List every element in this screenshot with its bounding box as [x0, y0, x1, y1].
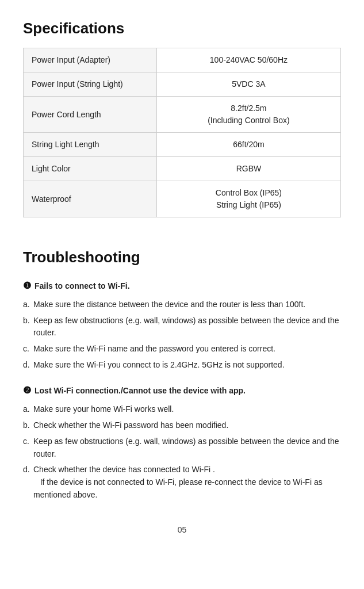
troubleshooting-container: ❶Fails to connect to Wi-Fi.a. Make sure …: [23, 279, 341, 501]
list-item-label: b.: [23, 419, 33, 432]
specs-label: Power Input (String Light): [24, 72, 157, 97]
list-item-content: Make sure the distance between the devic…: [33, 299, 341, 311]
specs-label: Power Cord Length: [24, 97, 157, 133]
list-item-content: Keep as few obstructions (e.g. wall, win…: [33, 315, 341, 339]
list-item: d. Make sure the Wi-Fi you connect to is…: [23, 359, 341, 372]
list-item-label: b.: [23, 315, 33, 339]
specs-value: Control Box (IP65)String Light (IP65): [156, 181, 340, 217]
list-item-label: c.: [23, 343, 33, 355]
list-item: a. Make sure the distance between the de…: [23, 299, 341, 311]
list-item-content: Make sure the Wi-Fi you connect to is 2.…: [33, 359, 341, 372]
issue-list: a. Make sure the distance between the de…: [23, 299, 341, 371]
list-item-content: Make sure your home Wi-Fi works well.: [33, 403, 341, 416]
page-number: 05: [23, 524, 341, 536]
troubleshooting-title: Troubleshooting: [23, 246, 341, 269]
specifications-table: Power Input (Adapter)100-240VAC 50/60HzP…: [23, 48, 341, 217]
list-item-label: d.: [23, 359, 33, 372]
specs-row: WaterproofControl Box (IP65)String Light…: [24, 181, 341, 217]
specs-label: String Light Length: [24, 133, 157, 157]
list-item-content: Check whether the device has connected t…: [33, 464, 341, 501]
specs-row: String Light Length66ft/20m: [24, 133, 341, 157]
specs-value: RGBW: [156, 157, 340, 181]
specs-row: Power Cord Length8.2ft/2.5m(Including Co…: [24, 97, 341, 133]
specs-value: 8.2ft/2.5m(Including Control Box): [156, 97, 340, 133]
issue-heading-text: Lost Wi-Fi connection./Cannot use the de…: [35, 385, 246, 397]
list-item-label: a.: [23, 299, 33, 311]
list-item: c. Keep as few obstructions (e.g. wall, …: [23, 435, 341, 460]
issue-block: ❷Lost Wi-Fi connection./Cannot use the d…: [23, 384, 341, 501]
specs-label: Power Input (Adapter): [24, 48, 157, 72]
specs-value: 66ft/20m: [156, 133, 340, 157]
issue-heading-text: Fails to connect to Wi-Fi.: [35, 280, 130, 292]
list-item-content: Keep as few obstructions (e.g. wall, win…: [33, 435, 341, 460]
specs-row: Power Input (String Light)5VDC 3A: [24, 72, 341, 97]
list-item-content: Make sure the Wi-Fi name and the passwor…: [33, 343, 341, 355]
list-item-label: c.: [23, 435, 33, 460]
list-item: a. Make sure your home Wi-Fi works well.: [23, 403, 341, 416]
list-item: b. Keep as few obstructions (e.g. wall, …: [23, 315, 341, 339]
specifications-title: Specifications: [23, 17, 341, 40]
specs-row: Power Input (Adapter)100-240VAC 50/60Hz: [24, 48, 341, 72]
issue-heading: ❶Fails to connect to Wi-Fi.: [23, 279, 341, 293]
list-item-label: d.: [23, 464, 33, 501]
issue-number: ❶: [23, 279, 31, 293]
list-item-content: Check whether the Wi-Fi password has bee…: [33, 419, 341, 432]
list-item: c. Make sure the Wi-Fi name and the pass…: [23, 343, 341, 355]
issue-list: a. Make sure your home Wi-Fi works well.…: [23, 403, 341, 501]
issue-number: ❷: [23, 384, 31, 397]
issue-heading: ❷Lost Wi-Fi connection./Cannot use the d…: [23, 384, 341, 397]
specs-label: Light Color: [24, 157, 157, 181]
specs-value: 100-240VAC 50/60Hz: [156, 48, 340, 72]
specs-row: Light ColorRGBW: [24, 157, 341, 181]
specs-label: Waterproof: [24, 181, 157, 217]
specs-value: 5VDC 3A: [156, 72, 340, 97]
issue-block: ❶Fails to connect to Wi-Fi.a. Make sure …: [23, 279, 341, 371]
list-item: d. Check whether the device has connecte…: [23, 464, 341, 501]
list-item-label: a.: [23, 403, 33, 416]
list-item: b. Check whether the Wi-Fi password has …: [23, 419, 341, 432]
